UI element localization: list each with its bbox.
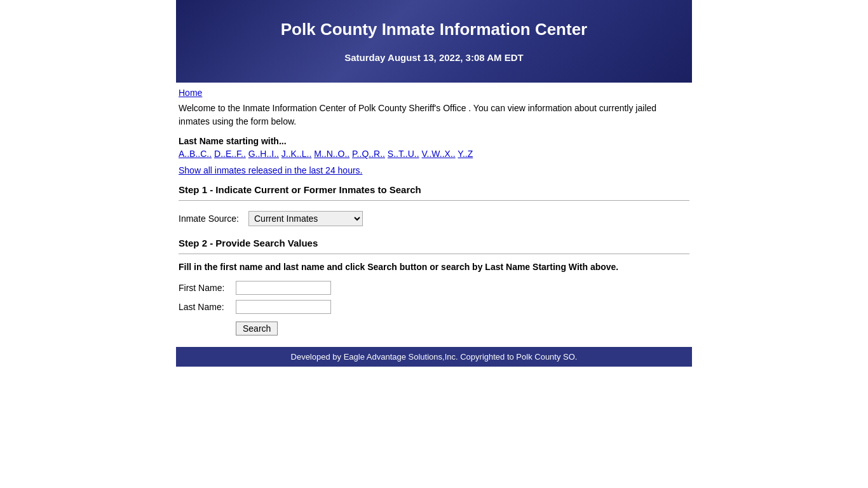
alpha-links: A..B..C.. D..E..F.. G..H..I.. J..K..L.. … — [179, 149, 689, 159]
inmate-source-select[interactable]: Current Inmates Former Inmates — [248, 211, 363, 226]
footer: Developed by Eagle Advantage Solutions,I… — [176, 347, 692, 367]
alpha-link-pqr[interactable]: P..Q..R.. — [352, 149, 385, 159]
alpha-link-vwx[interactable]: V..W..X.. — [422, 149, 456, 159]
header-date: Saturday August 13, 2022, 3:08 AM EDT — [344, 52, 523, 63]
fill-instruction: Fill in the first name and last name and… — [179, 262, 689, 272]
search-button-row: Search — [179, 319, 689, 336]
alpha-link-jkl[interactable]: J..K..L.. — [281, 149, 311, 159]
show-released-link[interactable]: Show all inmates released in the last 24… — [179, 165, 689, 175]
alpha-link-abc[interactable]: A..B..C.. — [179, 149, 212, 159]
header-title: Polk County Inmate Information Center — [281, 20, 588, 39]
last-name-section: Last Name starting with... A..B..C.. D..… — [179, 136, 689, 159]
alpha-link-mno[interactable]: M..N..O.. — [314, 149, 349, 159]
home-link[interactable]: Home — [179, 88, 689, 98]
step1-heading: Step 1 - Indicate Current or Former Inma… — [179, 184, 689, 195]
alpha-link-yz[interactable]: Y..Z — [458, 149, 473, 159]
inmate-source-row: Inmate Source: Current Inmates Former In… — [179, 208, 689, 229]
alpha-link-ghi[interactable]: G..H..I.. — [248, 149, 279, 159]
alpha-link-stu[interactable]: S..T..U.. — [388, 149, 419, 159]
inmate-source-label: Inmate Source: — [179, 214, 242, 224]
step2-heading: Step 2 - Provide Search Values — [179, 238, 689, 248]
first-name-label: First Name: — [179, 283, 236, 293]
main-content: Home Welcome to the Inmate Information C… — [176, 83, 692, 341]
welcome-text: Welcome to the Inmate Information Center… — [179, 102, 689, 128]
footer-text: Developed by Eagle Advantage Solutions,I… — [291, 352, 578, 362]
step1-divider — [179, 200, 689, 201]
header: Polk County Inmate Information Center Sa… — [176, 0, 692, 83]
last-name-input[interactable] — [236, 300, 331, 314]
last-name-input-label: Last Name: — [179, 302, 236, 312]
first-name-input[interactable] — [236, 281, 331, 295]
search-button[interactable]: Search — [236, 322, 278, 336]
first-name-row: First Name: — [179, 281, 689, 295]
step2-divider — [179, 254, 689, 254]
last-name-row: Last Name: — [179, 300, 689, 314]
alpha-link-def[interactable]: D..E..F.. — [214, 149, 246, 159]
last-name-label: Last Name starting with... — [179, 136, 689, 146]
